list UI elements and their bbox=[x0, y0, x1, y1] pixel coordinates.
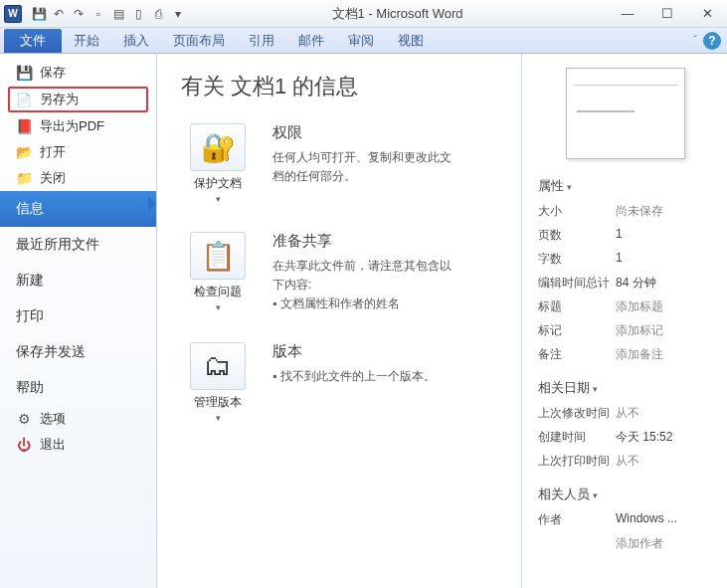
check-doc-icon: 📋 bbox=[190, 232, 246, 280]
open-folder-icon: 📂 bbox=[16, 144, 32, 160]
save-icon-2[interactable]: ▤ bbox=[109, 5, 127, 23]
prop-note-val[interactable]: 添加备注 bbox=[616, 346, 713, 363]
versions-title: 版本 bbox=[273, 342, 436, 361]
prop-row-size: 大小尚未保存 bbox=[538, 203, 713, 220]
nav-print[interactable]: 打印 bbox=[0, 298, 156, 334]
prop-add-author-val[interactable]: 添加作者 bbox=[616, 535, 713, 552]
permissions-section: 🔐 保护文档 ▾ 权限 任何人均可打开、复制和更改此文档的任何部分。 bbox=[181, 123, 501, 204]
dropdown-icon: ▾ bbox=[181, 302, 255, 312]
options-icon: ⚙ bbox=[16, 411, 32, 427]
print-icon[interactable]: ⎙ bbox=[149, 5, 167, 23]
nav-exit[interactable]: ⏻退出 bbox=[0, 432, 156, 458]
prop-row-title[interactable]: 标题添加标题 bbox=[538, 298, 713, 315]
document-preview bbox=[566, 68, 685, 159]
prop-edit-key: 编辑时间总计 bbox=[538, 275, 616, 292]
prop-modified-val: 从不 bbox=[616, 405, 713, 422]
prop-row-edit-time: 编辑时间总计84 分钟 bbox=[538, 275, 713, 292]
close-button[interactable]: ✕ bbox=[687, 4, 727, 24]
nav-save-label: 保存 bbox=[40, 64, 66, 82]
nav-info[interactable]: 信息 bbox=[0, 191, 156, 227]
tab-view[interactable]: 视图 bbox=[386, 29, 436, 53]
new-doc-icon[interactable]: ▫ bbox=[90, 5, 107, 23]
nav-new-label: 新建 bbox=[16, 272, 44, 290]
prop-row-note[interactable]: 备注添加备注 bbox=[538, 346, 713, 363]
prop-size-val: 尚未保存 bbox=[616, 203, 713, 220]
qat-dropdown-icon[interactable]: ▾ bbox=[169, 5, 187, 23]
tab-references[interactable]: 引用 bbox=[237, 29, 286, 53]
file-tab[interactable]: 文件 bbox=[4, 29, 62, 53]
window-title: 文档1 - Microsoft Word bbox=[187, 5, 608, 23]
prop-title-val[interactable]: 添加标题 bbox=[616, 298, 713, 315]
undo-icon[interactable]: ↶ bbox=[50, 5, 68, 23]
save-icon: 💾 bbox=[16, 65, 32, 81]
nav-save-as[interactable]: 📄另存为 bbox=[8, 87, 148, 112]
info-heading: 有关 文档1 的信息 bbox=[181, 72, 501, 101]
prop-pages-key: 页数 bbox=[538, 227, 616, 244]
backstage-view: 💾保存 📄另存为 📕导出为PDF 📂打开 📁关闭 信息 最近所用文件 新建 打印… bbox=[0, 54, 727, 588]
nav-save-as-label: 另存为 bbox=[40, 91, 79, 108]
minimize-button[interactable]: — bbox=[608, 4, 647, 24]
maximize-button[interactable]: ☐ bbox=[647, 4, 687, 24]
ribbon-expand-icon[interactable]: ˇ bbox=[693, 34, 697, 46]
ribbon-tabs: 文件 开始 插入 页面布局 引用 邮件 审阅 视图 ˇ ? bbox=[0, 28, 727, 54]
versions-icon: 🗂 bbox=[190, 342, 246, 390]
prop-created-key: 创建时间 bbox=[538, 429, 616, 446]
prepare-share-desc: 在共享此文件前，请注意其包含以下内容: bbox=[273, 257, 452, 294]
properties-heading[interactable]: 属性 bbox=[538, 177, 713, 195]
prop-author-val: Windows ... bbox=[616, 511, 713, 528]
nav-exit-label: 退出 bbox=[40, 436, 66, 454]
open-icon[interactable]: ▯ bbox=[129, 5, 147, 23]
nav-open-label: 打开 bbox=[40, 143, 66, 161]
nav-options-label: 选项 bbox=[40, 410, 66, 428]
permissions-title: 权限 bbox=[273, 123, 452, 142]
manage-versions-button[interactable]: 🗂 管理版本 ▾ bbox=[181, 342, 255, 423]
nav-help[interactable]: 帮助 bbox=[0, 370, 156, 406]
nav-info-label: 信息 bbox=[16, 200, 44, 218]
tab-layout[interactable]: 页面布局 bbox=[161, 29, 237, 53]
nav-close[interactable]: 📁关闭 bbox=[0, 165, 156, 191]
help-icon[interactable]: ? bbox=[703, 32, 721, 50]
prop-tag-key: 标记 bbox=[538, 322, 616, 339]
prop-row-tag[interactable]: 标记添加标记 bbox=[538, 322, 713, 339]
info-pane: 有关 文档1 的信息 🔐 保护文档 ▾ 权限 任何人均可打开、复制和更改此文档的… bbox=[157, 54, 522, 588]
nav-recent[interactable]: 最近所用文件 bbox=[0, 227, 156, 263]
related-dates-heading: 相关日期 bbox=[538, 379, 713, 397]
word-app-icon: W bbox=[4, 5, 22, 23]
prop-note-key: 备注 bbox=[538, 346, 616, 363]
nav-close-label: 关闭 bbox=[40, 169, 66, 187]
nav-export-pdf[interactable]: 📕导出为PDF bbox=[0, 113, 156, 139]
prop-row-pages: 页数1 bbox=[538, 227, 713, 244]
nav-new[interactable]: 新建 bbox=[0, 263, 156, 298]
exit-icon: ⏻ bbox=[16, 437, 32, 453]
backstage-content: 有关 文档1 的信息 🔐 保护文档 ▾ 权限 任何人均可打开、复制和更改此文档的… bbox=[157, 54, 727, 588]
prepare-share-title: 准备共享 bbox=[273, 232, 452, 251]
prop-words-val: 1 bbox=[616, 251, 713, 268]
versions-bullet: 找不到此文件的上一个版本。 bbox=[273, 367, 436, 386]
nav-print-label: 打印 bbox=[16, 307, 44, 325]
prop-row-add-author[interactable]: 添加作者 bbox=[538, 535, 713, 552]
protect-doc-button[interactable]: 🔐 保护文档 ▾ bbox=[181, 123, 255, 204]
tab-review[interactable]: 审阅 bbox=[336, 29, 386, 53]
nav-share-send[interactable]: 保存并发送 bbox=[0, 334, 156, 370]
permissions-desc: 任何人均可打开、复制和更改此文档的任何部分。 bbox=[273, 148, 452, 186]
prop-row-created: 创建时间今天 15:52 bbox=[538, 429, 713, 446]
prop-printed-key: 上次打印时间 bbox=[538, 453, 616, 470]
prop-row-printed: 上次打印时间从不 bbox=[538, 453, 713, 470]
nav-help-label: 帮助 bbox=[16, 379, 44, 397]
nav-recent-label: 最近所用文件 bbox=[16, 236, 99, 254]
properties-pane: 属性 大小尚未保存 页数1 字数1 编辑时间总计84 分钟 标题添加标题 标记添… bbox=[522, 54, 727, 588]
tab-insert[interactable]: 插入 bbox=[111, 29, 161, 53]
check-issues-button[interactable]: 📋 检查问题 ▾ bbox=[181, 232, 255, 314]
nav-open[interactable]: 📂打开 bbox=[0, 139, 156, 165]
prop-tag-val[interactable]: 添加标记 bbox=[616, 322, 713, 339]
nav-save[interactable]: 💾保存 bbox=[0, 60, 156, 86]
prop-row-author: 作者Windows ... bbox=[538, 511, 713, 528]
quick-access-toolbar: 💾 ↶ ↷ ▫ ▤ ▯ ⎙ ▾ bbox=[30, 5, 187, 23]
save-icon[interactable]: 💾 bbox=[30, 5, 48, 23]
prop-row-modified: 上次修改时间从不 bbox=[538, 405, 713, 422]
tab-home[interactable]: 开始 bbox=[62, 29, 111, 53]
nav-options[interactable]: ⚙选项 bbox=[0, 406, 156, 432]
nav-export-pdf-label: 导出为PDF bbox=[40, 117, 104, 135]
tab-mail[interactable]: 邮件 bbox=[286, 29, 336, 53]
redo-icon[interactable]: ↷ bbox=[70, 5, 88, 23]
